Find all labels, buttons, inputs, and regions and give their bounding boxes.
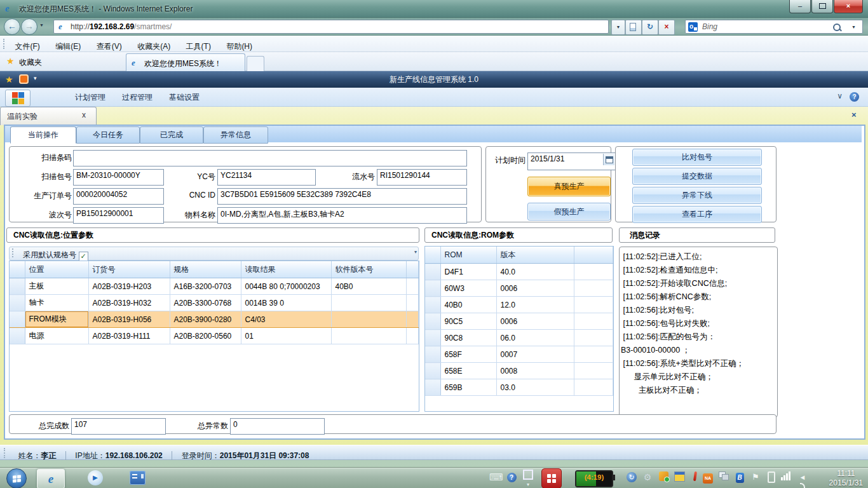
gear-tray-icon[interactable]: ⚙ <box>642 471 653 483</box>
table-row-selected[interactable]: FROM模块 A02B-0319-H056 A20B-3900-0280 C4/… <box>10 311 419 328</box>
device-icon[interactable] <box>766 471 777 483</box>
na-globe-icon[interactable]: NA <box>702 471 714 483</box>
col-position[interactable]: 位置 <box>25 261 88 278</box>
table-row[interactable]: 658E0008 <box>425 363 613 379</box>
submit-data-button[interactable]: 提交数据 <box>632 168 762 185</box>
message-log[interactable]: [11:02:52]:已进入工位; [11:02:52]:检查通知信息中; [1… <box>619 247 778 417</box>
calendar-icon[interactable] <box>603 154 614 165</box>
toolbar-overflow-button[interactable]: ▾ <box>414 249 417 255</box>
hidden-icons-button[interactable]: ▾ <box>522 470 534 481</box>
search-icon[interactable] <box>833 24 841 31</box>
url-dropdown-button[interactable]: ▼ <box>611 20 625 35</box>
row-selector[interactable] <box>425 280 440 297</box>
red-app-icon[interactable] <box>541 468 562 488</box>
row-selector[interactable] <box>425 297 440 313</box>
row-selector[interactable] <box>425 346 440 363</box>
restore-button[interactable] <box>811 0 833 13</box>
url-field[interactable]: e http://192.168.2.69/smartmes/ <box>53 20 609 34</box>
network-signal-icon[interactable] <box>780 471 792 483</box>
network-computers-icon[interactable] <box>718 471 729 483</box>
col-rom[interactable]: ROM <box>440 247 496 264</box>
search-box[interactable]: o Bing ▼ <box>685 20 863 34</box>
compatibility-view-button[interactable] <box>625 20 642 35</box>
table-row[interactable]: 90C806.0 <box>425 330 613 346</box>
real-preproduction-button[interactable]: 真预生产 <box>527 177 611 196</box>
notes-app-icon[interactable] <box>674 471 685 483</box>
row-selector[interactable] <box>425 379 440 396</box>
taskbar-clock[interactable]: 11:11 2015/1/31 <box>829 469 863 488</box>
col-spec[interactable]: 规格 <box>170 261 241 278</box>
yc-input[interactable]: YC21134 <box>217 169 316 186</box>
nav-history-dropdown[interactable]: ▼ <box>39 23 44 27</box>
scan-barcode-input[interactable] <box>73 150 467 166</box>
forward-button[interactable]: → <box>21 18 37 35</box>
row-selector[interactable] <box>10 311 25 328</box>
table-row[interactable]: 轴卡 A02B-0319-H032 A20B-3300-0768 0014B 3… <box>10 295 419 311</box>
wave-input[interactable]: PB15012900001 <box>73 207 164 224</box>
start-button[interactable] <box>6 468 27 488</box>
minimize-button[interactable]: – <box>789 0 811 13</box>
fake-preproduction-button[interactable]: 假预生产 <box>527 203 611 220</box>
order-input[interactable]: 000020004052 <box>73 188 164 205</box>
col-software-version[interactable]: 软件版本号 <box>331 261 406 278</box>
taskbar-app3-button[interactable] <box>125 469 150 487</box>
total-abnormal-input[interactable]: 0 <box>230 418 325 435</box>
volume-icon[interactable]: ◄ <box>797 471 808 483</box>
table-row[interactable]: 60W30006 <box>425 280 613 297</box>
row-selector[interactable] <box>10 295 25 311</box>
view-process-button[interactable]: 查看工序 <box>632 206 762 223</box>
serial-input[interactable]: RI1501290144 <box>377 169 467 186</box>
pen-tray-icon[interactable] <box>689 471 701 483</box>
tray-help-icon[interactable]: ? <box>506 471 517 483</box>
table-row[interactable]: 40B012.0 <box>425 297 613 313</box>
nav-basic-settings[interactable]: 基础设置 <box>165 88 203 107</box>
total-done-input[interactable]: 107 <box>71 418 166 435</box>
app-logo-icon[interactable] <box>5 90 31 107</box>
back-button[interactable]: ← <box>4 18 20 35</box>
row-selector[interactable] <box>10 328 25 344</box>
tab-current-operation[interactable]: 当前操作 <box>10 126 76 144</box>
default-spec-checkbox[interactable]: ✓ <box>79 252 88 261</box>
tab-today-tasks[interactable]: 今日任务 <box>76 126 140 144</box>
sync-tray-icon[interactable]: ↻ <box>626 471 637 483</box>
refresh-button[interactable]: ↻ <box>642 20 658 35</box>
table-row[interactable]: 电源 A02B-0319-H111 A20B-8200-0560 01 <box>10 328 419 344</box>
tab-completed[interactable]: 已完成 <box>140 126 203 144</box>
tab-abnormal-info[interactable]: 异常信息 <box>203 126 268 144</box>
bluetooth-icon[interactable]: B <box>734 471 745 483</box>
table-row[interactable]: 90C50006 <box>425 313 613 330</box>
help-icon[interactable]: ? <box>850 92 859 102</box>
scan-pack-input[interactable]: BM-20310-00000Y <box>73 169 164 186</box>
close-button[interactable]: × <box>834 0 863 13</box>
action-center-flag-icon[interactable]: ⚑ <box>750 471 761 483</box>
row-selector[interactable] <box>10 278 25 295</box>
doc-tab-close-icon[interactable]: x <box>82 111 86 119</box>
table-row[interactable]: 658F0007 <box>425 346 613 363</box>
battery-timer-widget[interactable]: (4:19) <box>575 470 613 487</box>
ribbon-collapse-chevron-icon[interactable]: ∨ <box>837 92 843 100</box>
compare-pack-button[interactable]: 比对包号 <box>632 149 762 166</box>
col-version[interactable]: 版本 <box>496 247 574 264</box>
table-row[interactable]: 659B03.0 <box>425 379 613 396</box>
page-close-icon[interactable]: × <box>851 110 857 119</box>
search-dropdown[interactable]: ▼ <box>851 25 856 29</box>
material-input[interactable]: 0I-MD,分离型,A包,新,主板B3,轴卡A2 <box>217 207 467 224</box>
taskbar-app2-button[interactable]: ► <box>83 469 108 487</box>
col-read-result[interactable]: 读取结果 <box>241 261 331 278</box>
row-selector[interactable] <box>425 330 440 346</box>
stop-button[interactable]: × <box>658 20 675 35</box>
row-selector[interactable] <box>425 264 440 280</box>
plan-date-input[interactable]: 2015/1/31 <box>527 152 616 170</box>
doc-tab-wenqianshiyan[interactable]: 温前实验 x <box>0 107 97 125</box>
cncid-input[interactable]: 3C7B5D01 E5915609 5E32C389 7392C4E8 <box>217 188 467 205</box>
row-selector[interactable] <box>425 313 440 330</box>
table-row[interactable]: D4F140.0 <box>425 264 613 280</box>
nav-process-management[interactable]: 过程管理 <box>118 88 156 107</box>
col-order-no[interactable]: 订货号 <box>88 261 170 278</box>
nav-plan-management[interactable]: 计划管理 <box>71 88 109 107</box>
security-globe-icon[interactable] <box>658 471 669 483</box>
table-row[interactable]: 主板 A02B-0319-H203 A16B-3200-0703 0044B 8… <box>10 278 419 295</box>
abnormal-offline-button[interactable]: 异常下线 <box>632 187 762 204</box>
browser-tab[interactable]: e 欢迎您使用MES系统！ <box>126 53 245 72</box>
new-tab-button[interactable] <box>247 56 264 72</box>
